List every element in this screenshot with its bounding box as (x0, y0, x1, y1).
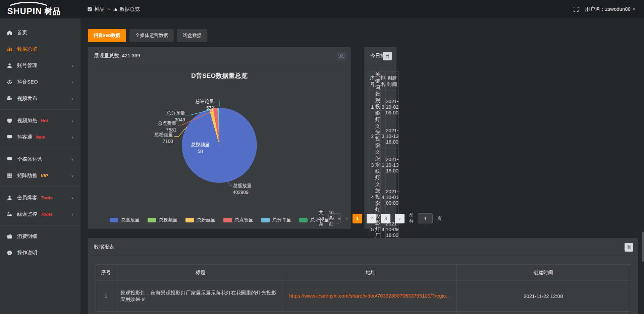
report-title: 数据报表 (94, 244, 114, 250)
page-size-value: 10条/页 (329, 210, 334, 227)
page-button-3[interactable]: 3 (381, 214, 390, 223)
pie-label-plays: 总播放量402909 (233, 182, 270, 196)
sidebar-item-account[interactable]: 账号管理 ∨ (0, 57, 80, 74)
table-badge[interactable]: 表 (625, 243, 633, 252)
cell-title (116, 312, 285, 314)
legend-item[interactable]: 总视频量 (148, 217, 177, 223)
video-url-link[interactable]: https://www.iesdouyin.com/share/video/70… (289, 293, 450, 299)
impressions-total-label: 展现量总数: 421,369 (94, 53, 140, 59)
chart-legend: 总播放量 总视频量 总粉丝量 总点赞量 总分享量 总评论量 (88, 217, 351, 223)
next-page-button[interactable]: › (395, 214, 405, 223)
legend-item[interactable]: 总播放量 (110, 217, 140, 223)
chevron-down-icon: ∨ (71, 135, 74, 139)
pie-label-videos: 总视频量58 (182, 142, 219, 155)
data-report-panel: 数据报表 表 序号 标题 地址 创建时间 1 景观投影灯，夜游景观投影灯厂 (88, 238, 638, 314)
sidebar-item-member[interactable]: 会员爆客 Tools ∨ (0, 190, 80, 206)
table-row: 2 文旅投影 3 2021-10-13 18:00 (370, 123, 399, 149)
logo-text-en: SHUPIN (7, 6, 42, 16)
fullscreen-icon[interactable] (573, 6, 579, 12)
sidebar-item-video-publish[interactable]: 视频发布 ∨ (0, 90, 80, 107)
legend-label: 总点赞量 (234, 217, 253, 223)
chevron-down-icon: ∨ (71, 96, 74, 101)
goto-page-input[interactable] (418, 213, 433, 223)
tab-media-ops-data[interactable]: 全媒体运营数据 (129, 29, 174, 42)
breadcrumb-home[interactable]: 树品 (87, 6, 104, 12)
sidebar-item-media-ops[interactable]: 全媒体运营 ∨ (0, 151, 80, 167)
sidebar-item-douketong[interactable]: 抖客通 New ∨ (0, 129, 80, 145)
legend-label: 总播放量 (121, 217, 140, 223)
cell-rank: 3 (380, 123, 386, 149)
cell-keyword: 文旅投影 (375, 123, 380, 149)
scrollbar-thumb[interactable] (642, 231, 644, 262)
cell-created: 2021-10-13 18:00 (386, 123, 399, 149)
sidebar-item-clue-monitor[interactable]: 线索监控 Tools ∨ (0, 206, 80, 222)
chevron-down-icon: ∨ (71, 118, 74, 123)
chevron-down-icon: ∨ (71, 80, 74, 84)
legend-item[interactable]: 总粉丝量 (185, 217, 215, 223)
user-menu[interactable]: 用户名：zswodun88 ∨ (585, 6, 635, 12)
cell-no: 3 (370, 149, 375, 181)
user-icon (7, 63, 12, 68)
chevron-down-icon: ∨ (338, 216, 340, 221)
question-circle-icon: ? (7, 250, 12, 256)
prev-page-button[interactable]: ‹ (345, 215, 348, 222)
panel-header: 今日排名 日 (364, 47, 396, 65)
sidebar-item-douyin-seo[interactable]: 抖音SEO ∨ (0, 74, 80, 90)
brand-logo[interactable]: SHUPIN 树品 (0, 2, 81, 17)
pagination: 共 23 条 10条/页 ∨ ‹ 1 2 3 › 前往 页 (364, 213, 396, 224)
cell-keyword: 景观投影灯 (375, 91, 380, 123)
table-row: 4 文旅投影灯 4 2021-10-01 09:00 (370, 181, 399, 213)
sidebar-divider (0, 187, 80, 187)
sidebar-item-label: 消费明细 (17, 233, 37, 240)
column-header: 关键词 (375, 71, 380, 91)
page-size-select[interactable]: 10条/页 ∨ (328, 213, 341, 223)
chevron-down-icon: ∨ (71, 63, 74, 68)
legend-swatch (148, 218, 156, 222)
legend-swatch (223, 218, 232, 222)
panel-header: 展现量总数: 421,369 总 (88, 47, 351, 65)
breadcrumb-label: 树品 (94, 6, 104, 12)
cell-keyword: 文旅水纹灯 (375, 149, 380, 181)
sidebar-item-help[interactable]: ? 操作说明 (0, 245, 80, 261)
chart-title: D音SEO数据量总览 (88, 71, 351, 80)
day-badge[interactable]: 日 (383, 52, 392, 60)
cell-url (285, 312, 456, 314)
new-tag: New (36, 135, 45, 140)
user-icon (7, 195, 12, 201)
page-button-1[interactable]: 1 (353, 214, 362, 223)
tab-inquiry-data[interactable]: 询盘数据 (177, 29, 207, 42)
cell-created: 2021-11-22 12:08 (457, 281, 630, 312)
sidebar-item-data-overview[interactable]: 数据总览 (0, 41, 80, 57)
chevron-down-icon: ∨ (71, 212, 74, 216)
legend-item[interactable]: 总分享量 (261, 217, 291, 223)
cell-created (457, 312, 630, 314)
chevron-down-icon: ∨ (633, 7, 635, 11)
legend-item[interactable]: 总点赞量 (223, 217, 253, 223)
sidebar-item-home[interactable]: 首页 (0, 24, 80, 41)
legend-label: 总分享量 (272, 217, 291, 223)
goto-label: 前往 (409, 212, 414, 224)
sidebar-item-matrix-boost[interactable]: 矩阵助推 VIP ∨ (0, 167, 80, 184)
total-badge[interactable]: 总 (337, 52, 346, 60)
page-button-2[interactable]: 2 (367, 214, 376, 223)
chevron-down-icon: ∨ (71, 173, 74, 178)
chevron-down-icon: ∨ (71, 196, 74, 200)
chat-bubble-icon (7, 134, 12, 140)
legend-item[interactable]: 总评论量 (299, 217, 329, 223)
tab-douyin-seo-data[interactable]: 抖音seo数据 (88, 29, 126, 42)
grid-icon (7, 173, 12, 178)
column-header: 序号 (370, 71, 375, 91)
breadcrumb-label: 数据总览 (120, 6, 140, 12)
breadcrumb-current[interactable]: 数据总览 (113, 6, 140, 12)
sidebar-item-label: 抖客通 (17, 134, 32, 140)
logo-text-cn: 树品 (44, 6, 60, 17)
display-icon (7, 118, 12, 123)
sidebar-item-video-heat[interactable]: 视频加热 Hot ∨ (0, 112, 80, 129)
dashboard-icon (87, 7, 92, 12)
sidebar-item-consumption[interactable]: 消费明细 (0, 228, 80, 245)
table-row (96, 312, 630, 314)
bar-chart-icon (113, 7, 118, 12)
page-scrollbar[interactable] (642, 18, 644, 314)
hot-tag: Hot (41, 118, 48, 123)
svg-text:?: ? (9, 251, 11, 255)
